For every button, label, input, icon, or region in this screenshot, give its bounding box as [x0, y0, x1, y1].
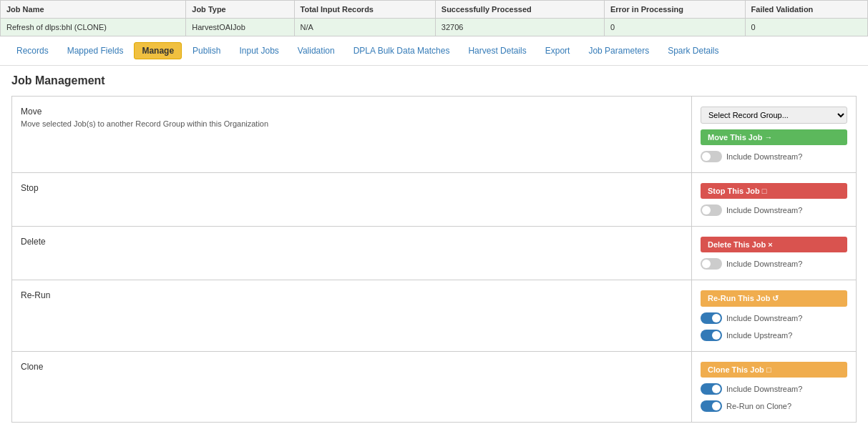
col-successfully-processed: Successfully Processed: [435, 1, 604, 19]
cell-successfully-processed: 32706: [435, 19, 604, 36]
tab-input-jobs[interactable]: Input Jobs: [231, 42, 286, 59]
job-table: Job Name Job Type Total Input Records Su…: [0, 0, 868, 36]
clone-downstream-toggle-row: Include Downstream?: [701, 383, 847, 395]
col-error-processing: Error in Processing: [604, 1, 745, 19]
stop-toggle-row: Include Downstream?: [701, 204, 847, 216]
rerun-label: Re-Run: [21, 290, 50, 300]
delete-toggle-row: Include Downstream?: [701, 258, 847, 270]
move-label: Move: [21, 107, 42, 117]
stop-section-left: Stop: [12, 173, 691, 226]
clone-label: Clone: [21, 362, 43, 372]
move-description: Move selected Job(s) to another Record G…: [21, 119, 683, 128]
table-row: Refresh of dlps:bhl (CLONE) HarvestOAIJo…: [1, 19, 868, 36]
col-total-input: Total Input Records: [294, 1, 435, 19]
rerun-downstream-label: Include Downstream?: [726, 314, 802, 322]
tab-validation[interactable]: Validation: [290, 42, 343, 59]
rerun-upstream-label: Include Upstream?: [726, 331, 792, 340]
move-this-job-button[interactable]: Move This Job →: [701, 129, 847, 145]
delete-this-job-button[interactable]: Delete This Job ×: [701, 237, 847, 252]
stop-downstream-toggle[interactable]: [701, 204, 722, 216]
col-job-name: Job Name: [1, 1, 186, 19]
tab-job-parameters[interactable]: Job Parameters: [580, 42, 657, 59]
cell-job-type: HarvestOAIJob: [186, 19, 294, 36]
rerun-upstream-toggle[interactable]: [701, 330, 722, 341]
move-section-left: Move Move selected Job(s) to another Rec…: [12, 97, 691, 172]
move-toggle-label: Include Downstream?: [726, 152, 802, 161]
rerun-this-job-button[interactable]: Re-Run This Job ↺: [701, 290, 847, 307]
tab-spark-details[interactable]: Spark Details: [660, 42, 726, 59]
tab-records[interactable]: Records: [9, 42, 57, 59]
clone-rerun-toggle-row: Re-Run on Clone?: [701, 400, 847, 412]
tab-manage[interactable]: Manage: [134, 42, 182, 59]
tab-dpla-bulk[interactable]: DPLA Bulk Data Matches: [346, 42, 458, 59]
col-job-type: Job Type: [186, 1, 294, 19]
record-group-select[interactable]: Select Record Group...: [701, 107, 847, 124]
delete-section-left: Delete: [12, 227, 691, 280]
move-downstream-toggle[interactable]: [701, 151, 722, 162]
delete-section-right: Delete This Job × Include Downstream?: [691, 227, 856, 280]
delete-label: Delete: [21, 237, 46, 247]
rerun-section: Re-Run Re-Run This Job ↺ Include Downstr…: [11, 280, 857, 351]
cell-job-name: Refresh of dlps:bhl (CLONE): [1, 19, 186, 36]
rerun-section-right: Re-Run This Job ↺ Include Downstream? In…: [691, 280, 856, 351]
rerun-upstream-toggle-row: Include Upstream?: [701, 330, 847, 341]
page-content: Job Management Move Move selected Job(s)…: [0, 66, 868, 429]
rerun-section-left: Re-Run: [12, 280, 691, 351]
rerun-downstream-toggle[interactable]: [701, 312, 722, 324]
delete-section: Delete Delete This Job × Include Downstr…: [11, 226, 857, 280]
move-toggle-row: Include Downstream?: [701, 151, 847, 162]
move-section-right: Select Record Group... Move This Job → I…: [691, 97, 856, 172]
tab-bar: Records Mapped Fields Manage Publish Inp…: [0, 36, 868, 66]
rerun-downstream-toggle-row: Include Downstream?: [701, 312, 847, 324]
clone-this-job-button[interactable]: Clone This Job □: [701, 362, 847, 378]
stop-section-right: Stop This Job □ Include Downstream?: [691, 173, 856, 226]
col-failed-validation: Failed Validation: [745, 1, 867, 19]
clone-section-left: Clone: [12, 352, 691, 422]
page-title: Job Management: [11, 74, 857, 87]
stop-this-job-button[interactable]: Stop This Job □: [701, 183, 847, 199]
clone-rerun-label: Re-Run on Clone?: [726, 402, 791, 410]
clone-section-right: Clone This Job □ Include Downstream? Re-…: [691, 352, 856, 422]
clone-downstream-label: Include Downstream?: [726, 385, 802, 393]
stop-label: Stop: [21, 183, 39, 193]
delete-downstream-toggle[interactable]: [701, 258, 722, 270]
cell-failed-validation: 0: [745, 19, 867, 36]
tab-mapped-fields[interactable]: Mapped Fields: [59, 42, 132, 59]
stop-section: Stop Stop This Job □ Include Downstream?: [11, 172, 857, 226]
clone-rerun-toggle[interactable]: [701, 400, 722, 412]
cell-error-processing: 0: [604, 19, 745, 36]
tab-publish[interactable]: Publish: [185, 42, 228, 59]
cell-total-input: N/A: [294, 19, 435, 36]
tab-export[interactable]: Export: [537, 42, 578, 59]
move-section: Move Move selected Job(s) to another Rec…: [11, 96, 857, 172]
delete-toggle-label: Include Downstream?: [726, 260, 802, 268]
stop-toggle-label: Include Downstream?: [726, 206, 802, 214]
clone-section: Clone Clone This Job □ Include Downstrea…: [11, 351, 857, 423]
clone-downstream-toggle[interactable]: [701, 383, 722, 395]
tab-harvest-details[interactable]: Harvest Details: [460, 42, 534, 59]
